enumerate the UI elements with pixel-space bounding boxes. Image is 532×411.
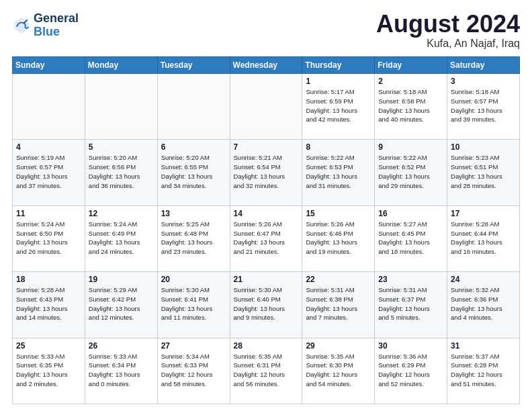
day-number: 7 [234, 142, 299, 152]
week-row-2: 4Sunrise: 5:19 AM Sunset: 6:57 PM Daylig… [13, 140, 520, 205]
day-cell: 26Sunrise: 5:33 AM Sunset: 6:34 PM Dayli… [85, 338, 157, 404]
day-info: Sunrise: 5:28 AM Sunset: 6:43 PM Dayligh… [16, 285, 81, 322]
day-cell: 19Sunrise: 5:29 AM Sunset: 6:42 PM Dayli… [85, 272, 157, 338]
day-info: Sunrise: 5:26 AM Sunset: 6:46 PM Dayligh… [306, 220, 371, 257]
day-number: 31 [451, 341, 516, 351]
day-number: 15 [306, 209, 371, 218]
day-info: Sunrise: 5:18 AM Sunset: 6:57 PM Dayligh… [451, 87, 516, 124]
day-cell: 17Sunrise: 5:28 AM Sunset: 6:44 PM Dayli… [447, 205, 520, 271]
day-number: 16 [378, 209, 443, 218]
day-number: 3 [451, 77, 516, 86]
week-row-1: 1Sunrise: 5:17 AM Sunset: 6:59 PM Daylig… [13, 74, 520, 140]
day-number: 24 [451, 275, 516, 284]
weekday-header-monday: Monday [85, 57, 157, 74]
day-cell: 27Sunrise: 5:34 AM Sunset: 6:33 PM Dayli… [157, 338, 230, 404]
day-cell: 16Sunrise: 5:27 AM Sunset: 6:45 PM Dayli… [375, 205, 447, 271]
day-number: 26 [89, 341, 154, 351]
day-cell: 11Sunrise: 5:24 AM Sunset: 6:50 PM Dayli… [13, 205, 85, 271]
day-info: Sunrise: 5:33 AM Sunset: 6:34 PM Dayligh… [89, 352, 154, 389]
page: General Blue August 2024 Kufa, An Najaf,… [0, 0, 532, 411]
day-cell: 22Sunrise: 5:31 AM Sunset: 6:38 PM Dayli… [302, 272, 375, 338]
day-cell [157, 74, 230, 140]
week-row-4: 18Sunrise: 5:28 AM Sunset: 6:43 PM Dayli… [13, 272, 520, 338]
day-info: Sunrise: 5:20 AM Sunset: 6:56 PM Dayligh… [89, 153, 154, 190]
day-info: Sunrise: 5:23 AM Sunset: 6:51 PM Dayligh… [451, 153, 516, 190]
day-cell: 1Sunrise: 5:17 AM Sunset: 6:59 PM Daylig… [302, 74, 375, 140]
weekday-header-saturday: Saturday [447, 57, 520, 74]
weekday-header-tuesday: Tuesday [157, 57, 230, 74]
day-number: 21 [234, 275, 299, 284]
day-number: 23 [378, 275, 443, 284]
day-cell: 28Sunrise: 5:35 AM Sunset: 6:31 PM Dayli… [230, 338, 302, 404]
day-info: Sunrise: 5:33 AM Sunset: 6:35 PM Dayligh… [16, 352, 81, 389]
day-info: Sunrise: 5:21 AM Sunset: 6:54 PM Dayligh… [234, 153, 299, 190]
day-cell: 15Sunrise: 5:26 AM Sunset: 6:46 PM Dayli… [302, 205, 375, 271]
day-cell [85, 74, 157, 140]
weekday-header-friday: Friday [375, 57, 447, 74]
day-number: 11 [16, 209, 81, 218]
weekday-header-row: SundayMondayTuesdayWednesdayThursdayFrid… [13, 57, 520, 74]
logo: General Blue [12, 12, 79, 39]
day-info: Sunrise: 5:22 AM Sunset: 6:53 PM Dayligh… [306, 153, 371, 190]
week-row-5: 25Sunrise: 5:33 AM Sunset: 6:35 PM Dayli… [13, 338, 520, 404]
title-block: August 2024 Kufa, An Najaf, Iraq [376, 12, 520, 50]
day-cell: 4Sunrise: 5:19 AM Sunset: 6:57 PM Daylig… [13, 140, 85, 205]
day-info: Sunrise: 5:31 AM Sunset: 6:38 PM Dayligh… [306, 285, 371, 322]
day-number: 30 [378, 341, 443, 351]
day-number: 14 [234, 209, 299, 218]
day-cell: 6Sunrise: 5:20 AM Sunset: 6:55 PM Daylig… [157, 140, 230, 205]
day-info: Sunrise: 5:30 AM Sunset: 6:41 PM Dayligh… [161, 285, 226, 322]
day-cell: 21Sunrise: 5:30 AM Sunset: 6:40 PM Dayli… [230, 272, 302, 338]
day-info: Sunrise: 5:17 AM Sunset: 6:59 PM Dayligh… [306, 87, 371, 124]
day-number: 29 [306, 341, 371, 351]
day-number: 9 [378, 142, 443, 152]
day-cell: 3Sunrise: 5:18 AM Sunset: 6:57 PM Daylig… [447, 74, 520, 140]
day-number: 2 [378, 77, 443, 86]
day-number: 12 [89, 209, 154, 218]
day-cell: 25Sunrise: 5:33 AM Sunset: 6:35 PM Dayli… [13, 338, 85, 404]
day-info: Sunrise: 5:36 AM Sunset: 6:29 PM Dayligh… [378, 352, 443, 389]
day-info: Sunrise: 5:22 AM Sunset: 6:52 PM Dayligh… [378, 153, 443, 190]
day-cell: 5Sunrise: 5:20 AM Sunset: 6:56 PM Daylig… [85, 140, 157, 205]
day-info: Sunrise: 5:30 AM Sunset: 6:40 PM Dayligh… [234, 285, 299, 322]
day-cell: 10Sunrise: 5:23 AM Sunset: 6:51 PM Dayli… [447, 140, 520, 205]
header: General Blue August 2024 Kufa, An Najaf,… [12, 12, 520, 50]
weekday-header-sunday: Sunday [13, 57, 85, 74]
day-info: Sunrise: 5:35 AM Sunset: 6:31 PM Dayligh… [234, 352, 299, 389]
day-number: 28 [234, 341, 299, 351]
day-info: Sunrise: 5:27 AM Sunset: 6:45 PM Dayligh… [378, 220, 443, 257]
day-number: 10 [451, 142, 516, 152]
day-number: 13 [161, 209, 226, 218]
day-info: Sunrise: 5:31 AM Sunset: 6:37 PM Dayligh… [378, 285, 443, 322]
day-cell: 30Sunrise: 5:36 AM Sunset: 6:29 PM Dayli… [375, 338, 447, 404]
day-info: Sunrise: 5:26 AM Sunset: 6:47 PM Dayligh… [234, 220, 299, 257]
day-cell: 20Sunrise: 5:30 AM Sunset: 6:41 PM Dayli… [157, 272, 230, 338]
day-number: 6 [161, 142, 226, 152]
logo-text: General Blue [34, 12, 79, 39]
day-info: Sunrise: 5:37 AM Sunset: 6:28 PM Dayligh… [451, 352, 516, 389]
day-number: 22 [306, 275, 371, 284]
day-info: Sunrise: 5:24 AM Sunset: 6:49 PM Dayligh… [89, 220, 154, 257]
day-number: 1 [306, 77, 371, 86]
calendar-table: SundayMondayTuesdayWednesdayThursdayFrid… [12, 56, 520, 404]
day-number: 8 [306, 142, 371, 152]
day-cell: 13Sunrise: 5:25 AM Sunset: 6:48 PM Dayli… [157, 205, 230, 271]
logo-icon [12, 16, 31, 35]
day-number: 18 [16, 275, 81, 284]
month-title: August 2024 [376, 12, 520, 36]
weekday-header-wednesday: Wednesday [230, 57, 302, 74]
day-info: Sunrise: 5:28 AM Sunset: 6:44 PM Dayligh… [451, 220, 516, 257]
day-info: Sunrise: 5:20 AM Sunset: 6:55 PM Dayligh… [161, 153, 226, 190]
week-row-3: 11Sunrise: 5:24 AM Sunset: 6:50 PM Dayli… [13, 205, 520, 271]
day-cell: 18Sunrise: 5:28 AM Sunset: 6:43 PM Dayli… [13, 272, 85, 338]
day-number: 17 [451, 209, 516, 218]
day-cell: 14Sunrise: 5:26 AM Sunset: 6:47 PM Dayli… [230, 205, 302, 271]
day-cell: 12Sunrise: 5:24 AM Sunset: 6:49 PM Dayli… [85, 205, 157, 271]
day-info: Sunrise: 5:34 AM Sunset: 6:33 PM Dayligh… [161, 352, 226, 389]
day-cell: 23Sunrise: 5:31 AM Sunset: 6:37 PM Dayli… [375, 272, 447, 338]
day-info: Sunrise: 5:24 AM Sunset: 6:50 PM Dayligh… [16, 220, 81, 257]
day-number: 25 [16, 341, 81, 351]
day-number: 27 [161, 341, 226, 351]
day-number: 5 [89, 142, 154, 152]
day-info: Sunrise: 5:35 AM Sunset: 6:30 PM Dayligh… [306, 352, 371, 389]
